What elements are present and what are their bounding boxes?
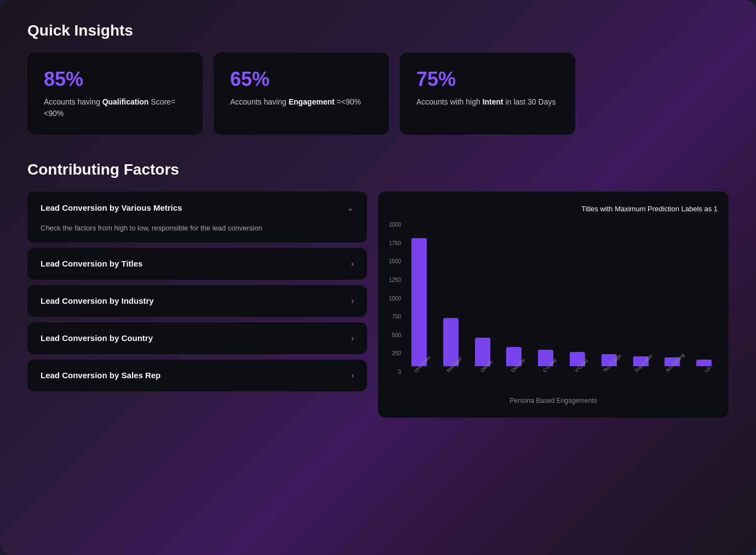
bar-group-6: Tech_dept	[595, 354, 623, 375]
insight-desc-qualification: Accounts having Qualification Score=<90%	[44, 96, 186, 119]
factors-accordion: Lead Conversion by Various Metrics ⌄ Che…	[27, 192, 367, 418]
accordion-body-various-metrics: Check the factors from high to low, resp…	[27, 223, 367, 242]
insight-percent-engagement: 65%	[230, 68, 373, 91]
chart-panel: Titles with Maximum Prediction Labels as…	[378, 192, 729, 418]
y-label-1750: 1750	[389, 240, 401, 246]
contributing-factors-content: Lead Conversion by Various Metrics ⌄ Che…	[27, 192, 729, 418]
insight-desc-engagement: Accounts having Engagement =<90%	[230, 96, 373, 108]
chart-area: 0 250 500 750 1000 1250 1500 1750 2000	[389, 222, 718, 404]
y-label-500: 500	[389, 332, 401, 338]
chevron-right-icon-sales-rep: ›	[351, 371, 354, 380]
y-axis: 0 250 500 750 1000 1250 1500 1750 2000	[389, 222, 401, 375]
bar-group-2: Others	[469, 338, 496, 375]
insights-cards: 85% Accounts having Qualification Score=…	[27, 53, 729, 135]
accordion-item-titles[interactable]: Lead Conversion by Titles ›	[27, 248, 367, 280]
insight-desc-intent: Accounts with high Intent in last 30 Day…	[416, 96, 559, 108]
accordion-title-titles: Lead Conversion by Titles	[41, 259, 142, 268]
chevron-right-icon-country: ›	[351, 333, 354, 343]
app-container: Quick Insights 85% Accounts having Quali…	[0, 0, 756, 555]
accordion-item-various-metrics[interactable]: Lead Conversion by Various Metrics ⌄	[27, 192, 367, 224]
accordion-wrap-various-metrics: Lead Conversion by Various Metrics ⌄ Che…	[27, 192, 367, 242]
bar-group-1: Manager	[437, 318, 465, 375]
quick-insights-title: Quick Insights	[27, 22, 729, 39]
insight-card-qualification: 85% Accounts having Qualification Score=…	[27, 53, 203, 135]
y-label-1500: 1500	[389, 258, 401, 264]
chart-title: Titles with Maximum Prediction Labels as…	[389, 205, 718, 213]
chevron-right-icon-industry: ›	[351, 296, 354, 306]
accordion-title-various-metrics: Lead Conversion by Various Metrics	[41, 203, 182, 212]
chart-wrapper: 0 250 500 750 1000 1250 1500 1750 2000	[389, 222, 718, 375]
bar-group-7: Supervisor	[627, 356, 655, 375]
contributing-factors-section: Contributing Factors Lead Conversion by …	[27, 161, 729, 418]
accordion-item-sales-rep[interactable]: Lead Conversion by Sales Rep ›	[27, 360, 367, 391]
y-label-250: 250	[389, 350, 401, 356]
bars-container: UnknownManagerOthersDirectorC-LevelV-Lev…	[405, 222, 718, 375]
bar-group-0: Unknown	[405, 238, 433, 375]
chart-footer: Persona Based Engagements	[389, 397, 718, 404]
accordion-item-industry[interactable]: Lead Conversion by Industry ›	[27, 285, 367, 317]
accordion-title-country: Lead Conversion by Country	[41, 333, 153, 343]
insight-card-intent: 75% Accounts with high Intent in last 30…	[400, 53, 575, 135]
bar-group-4: C-Level	[532, 350, 559, 375]
accordion-title-industry: Lead Conversion by Industry	[41, 296, 154, 305]
accordion-title-sales-rep: Lead Conversion by Sales Rep	[41, 371, 161, 380]
insight-percent-qualification: 85%	[44, 68, 186, 91]
bar-group-3: Director	[501, 347, 528, 375]
y-label-750: 750	[389, 314, 401, 320]
accordion-content-various-metrics: Check the factors from high to low, resp…	[41, 223, 354, 234]
y-label-2000: 2000	[389, 222, 401, 228]
bar-group-5: V-Level	[564, 352, 591, 375]
y-label-1000: 1000	[389, 296, 401, 302]
insight-percent-intent: 75%	[416, 68, 559, 91]
y-label-1250: 1250	[389, 277, 401, 283]
insight-card-engagement: 65% Accounts having Engagement =<90%	[214, 53, 389, 135]
chevron-down-icon: ⌄	[347, 203, 354, 213]
bar-0	[411, 238, 427, 366]
quick-insights-section: Quick Insights 85% Accounts having Quali…	[27, 22, 729, 135]
accordion-item-country[interactable]: Lead Conversion by Country ›	[27, 322, 367, 354]
chevron-right-icon-titles: ›	[351, 259, 354, 269]
bar-group-8: Accounting	[659, 357, 686, 375]
y-label-0: 0	[389, 369, 401, 375]
bar-group-9: Le...	[690, 360, 718, 375]
contributing-factors-title: Contributing Factors	[27, 161, 729, 178]
